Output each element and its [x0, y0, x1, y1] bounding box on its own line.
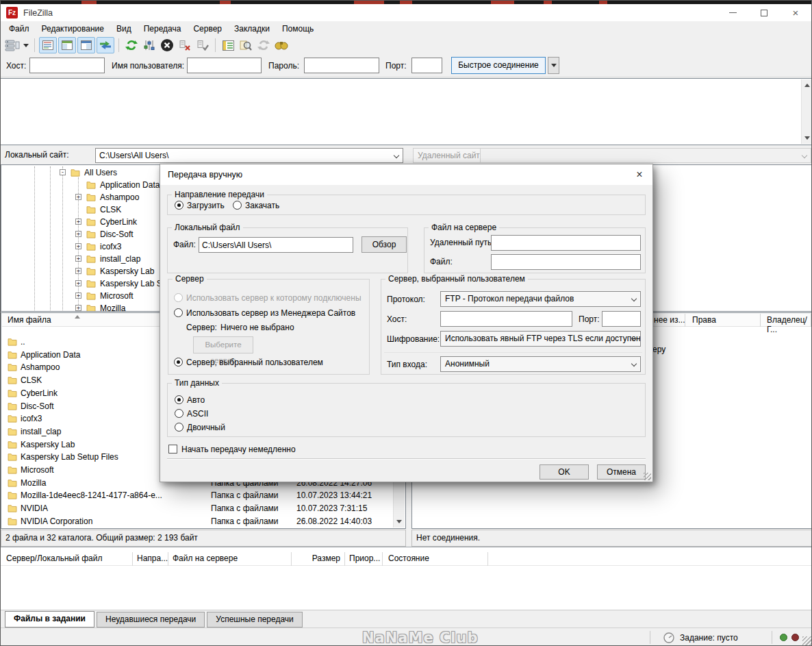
file-row[interactable]: NVIDIAПапка с файлами10.07.2023 7:31:15: [2, 502, 393, 515]
port-input[interactable]: [411, 58, 442, 73]
start-immediately-checkbox[interactable]: [168, 445, 177, 454]
column-divider[interactable]: [811, 314, 811, 327]
expand-icon[interactable]: +: [75, 194, 81, 200]
menu-item-server[interactable]: Сервер: [187, 22, 228, 36]
remote-permissions-column-header[interactable]: Права: [692, 315, 716, 325]
column-divider[interactable]: [685, 314, 685, 327]
expand-icon[interactable]: +: [75, 231, 81, 237]
column-divider[interactable]: [760, 314, 761, 327]
queue-col-localfile[interactable]: Сервер/Локальный файл: [1, 552, 133, 566]
tab-failed-transfers[interactable]: Неудавшиеся передачи: [97, 612, 205, 628]
filter-button[interactable]: [219, 37, 237, 53]
synchronized-browsing-button[interactable]: [255, 37, 272, 53]
toggle-queue-button[interactable]: [97, 37, 114, 53]
start-immediately-label[interactable]: Начать передачу немедленно: [181, 445, 296, 454]
radio-auto[interactable]: [175, 395, 183, 404]
cancel-button-toolbar[interactable]: [158, 37, 176, 53]
toggle-local-tree-button[interactable]: [58, 37, 76, 53]
toggle-remote-tree-button[interactable]: [77, 37, 95, 53]
logon-type-select[interactable]: Анонимный: [440, 356, 641, 372]
expand-icon[interactable]: +: [75, 243, 81, 249]
menu-item-view[interactable]: Вид: [110, 22, 138, 36]
protocol-select[interactable]: FTP - Протокол передачи файлов: [440, 291, 641, 307]
expand-icon[interactable]: +: [75, 280, 81, 286]
maximize-button[interactable]: [748, 4, 780, 21]
encryption-select[interactable]: Использовать явный FTP через TLS если до…: [440, 331, 641, 347]
queue-col-direction[interactable]: Напра...: [133, 552, 168, 566]
expand-icon[interactable]: +: [75, 268, 81, 274]
queue-col-remotefile[interactable]: Файл на сервере: [168, 552, 292, 566]
radio-binary-label[interactable]: Двоичный: [187, 423, 225, 432]
toggle-log-button[interactable]: [39, 37, 57, 53]
queue-col-status[interactable]: Состояние: [383, 552, 488, 566]
queue-col-priority[interactable]: Приор...: [345, 552, 383, 566]
tree-item-label: All Users: [84, 168, 117, 177]
screen-artifact-strip: [1, 1, 811, 4]
dialog-resize-grip[interactable]: [644, 473, 651, 480]
cancel-button[interactable]: Отмена: [597, 464, 646, 480]
menu-item-help[interactable]: Помощь: [276, 22, 320, 36]
dialog-close-button[interactable]: ×: [633, 169, 646, 181]
dialog-port-input[interactable]: [602, 311, 641, 327]
file-name: Kaspersky Lab: [21, 440, 75, 449]
radio-use-sitemanager-server[interactable]: [174, 308, 183, 317]
tab-queued-files[interactable]: Файлы в задании: [5, 611, 94, 628]
radio-use-sitemanager-server-label[interactable]: Использовать сервер из Менеджера Сайтов: [186, 308, 355, 318]
reconnect-button[interactable]: [194, 37, 212, 53]
file-search-button[interactable]: [237, 37, 255, 53]
radio-download[interactable]: [175, 201, 183, 210]
expand-icon[interactable]: +: [75, 293, 81, 299]
local-site-combobox[interactable]: C:\Users\All Users\: [95, 148, 403, 163]
radio-download-label[interactable]: Загрузить: [187, 201, 225, 210]
ok-button[interactable]: OK: [540, 464, 589, 480]
quickconnect-dropdown-button[interactable]: [548, 57, 559, 74]
remote-file-input[interactable]: [491, 254, 641, 270]
menu-item-edit[interactable]: Редактирование: [36, 22, 110, 36]
remote-modified-column-header[interactable]: нее из...: [654, 315, 685, 325]
username-input[interactable]: [187, 58, 262, 73]
collapse-icon[interactable]: -: [60, 169, 66, 175]
radio-custom-server[interactable]: [174, 358, 183, 367]
host-input[interactable]: [29, 58, 105, 73]
dialog-host-input[interactable]: [440, 311, 572, 327]
browse-button[interactable]: Обзор: [361, 236, 407, 253]
local-tree-icon: [62, 40, 73, 50]
radio-ascii[interactable]: [175, 409, 183, 418]
local-file-input[interactable]: [199, 237, 353, 253]
minimize-button[interactable]: [717, 4, 748, 21]
close-button[interactable]: ×: [780, 4, 811, 21]
menu-item-bookmarks[interactable]: Закладки: [228, 22, 276, 36]
radio-binary[interactable]: [175, 423, 183, 432]
tab-successful-transfers[interactable]: Успешные передачи: [207, 612, 303, 628]
log-scrollbar[interactable]: [801, 79, 812, 144]
quickconnect-button[interactable]: Быстрое соединение: [451, 57, 546, 74]
expand-icon[interactable]: +: [75, 305, 81, 311]
site-manager-dropdown-button[interactable]: [21, 37, 31, 53]
expand-icon[interactable]: +: [75, 256, 81, 262]
resize-grip[interactable]: [802, 636, 811, 645]
directory-comparison-button[interactable]: [272, 37, 290, 53]
speed-limits-icon[interactable]: [663, 632, 674, 643]
radio-upload-label[interactable]: Закачать: [245, 201, 279, 210]
folder-icon: [8, 504, 17, 514]
queue-col-size[interactable]: Размер: [292, 552, 345, 566]
password-input[interactable]: [304, 58, 379, 73]
remote-owner-column-header[interactable]: Владелец/Г...: [767, 315, 811, 334]
file-row[interactable]: Mozilla-1de4eec8-1241-4177-a864-e...Папк…: [2, 489, 393, 502]
radio-ascii-label[interactable]: ASCII: [187, 409, 208, 419]
file-row[interactable]: NVIDIA CorporationПапка с файлами26.08.2…: [2, 515, 393, 527]
folder-icon: [8, 338, 17, 348]
radio-custom-server-label[interactable]: Сервер, выбранный пользователем: [186, 358, 323, 367]
disconnect-button[interactable]: [176, 37, 194, 53]
radio-auto-label[interactable]: Авто: [187, 395, 205, 405]
dialog-host-label: Хост:: [387, 314, 407, 324]
filename-column-header[interactable]: Имя файла: [8, 315, 51, 325]
radio-upload[interactable]: [233, 201, 242, 210]
process-queue-button[interactable]: [140, 37, 158, 53]
expand-icon[interactable]: +: [75, 219, 81, 225]
menu-item-file[interactable]: Файл: [3, 22, 36, 36]
refresh-button[interactable]: [123, 37, 140, 53]
site-manager-button[interactable]: [3, 37, 21, 53]
menu-item-transfer[interactable]: Передача: [138, 22, 188, 36]
remote-path-input[interactable]: [491, 235, 641, 251]
